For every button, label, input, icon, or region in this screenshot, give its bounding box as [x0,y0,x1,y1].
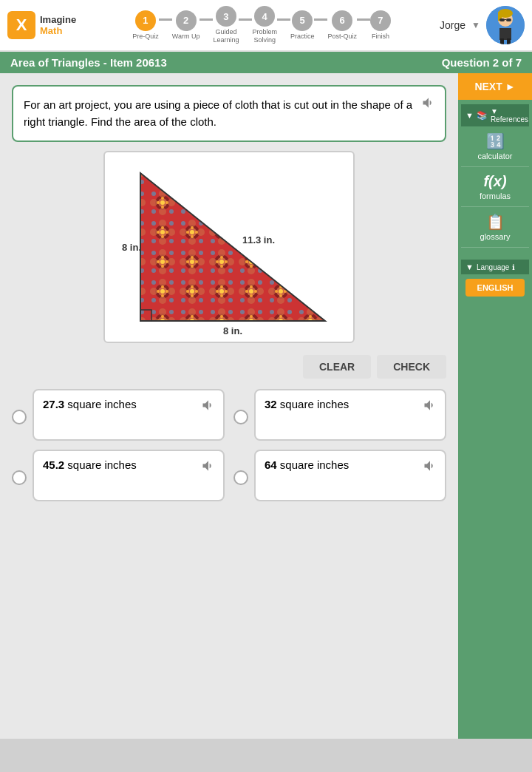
info-icon: ℹ [512,263,515,271]
formulas-icon: f(x) [483,173,506,190]
choice-b-item: 32 square inches [233,389,446,441]
step-line-4-5 [277,18,290,21]
step-line-3-4 [239,18,252,21]
next-arrow-icon: ► [505,81,516,92]
question-sound-button[interactable] [418,92,439,113]
steps-container: 1 Pre-Quiz 2 Warm Up 3 GuidedLearning 4 … [91,6,432,44]
radio-b[interactable] [233,410,248,424]
step-circle-2: 2 [176,10,197,31]
triangle-image-container: 8 in. 11.3 in. 8 in. [103,151,355,343]
avatar [486,6,525,44]
question-box: For an art project, you are using a piec… [12,85,446,142]
svg-rect-8 [500,38,504,44]
choice-c-card[interactable]: 45.2 square inches [33,450,225,501]
language-label: Language [477,263,510,271]
language-dropdown-icon: ▼ [466,263,474,271]
svg-text:8 in.: 8 in. [122,242,141,253]
main-content: For an art project, you are using a piec… [0,73,532,739]
logo-icon: X [7,11,35,39]
radio-c[interactable] [12,470,27,485]
step-1[interactable]: 1 Pre-Quiz [132,10,159,41]
choice-c-item: 45.2 square inches [12,450,225,501]
svg-rect-7 [499,28,511,40]
glossary-label: glossary [480,232,511,241]
choice-a-sound-button[interactable] [198,395,219,416]
step-circle-4: 4 [254,6,275,27]
svg-rect-6 [504,19,506,20]
logo-area: X Imagine Math [7,11,76,39]
svg-rect-4 [499,18,505,21]
step-circle-3: 3 [216,6,236,27]
dropdown-arrow[interactable]: ▼ [471,20,480,30]
step-line-6-7 [357,18,370,21]
choice-d-item: 64 square inches [233,450,446,501]
step-label-5: Practice [290,33,315,41]
step-2[interactable]: 2 Warm Up [172,10,200,41]
step-6[interactable]: 6 Post-Quiz [327,10,357,41]
references-title: ▼ References [491,107,528,123]
choice-a-item: 27.3 square inches [12,389,225,441]
choice-d-sound-button[interactable] [420,456,440,476]
step-label-3: GuidedLearning [213,28,239,44]
step-line-2-3 [200,18,213,21]
logo-text: Imagine Math [40,14,76,36]
radio-d[interactable] [233,470,248,485]
step-4[interactable]: 4 ProblemSolving [252,6,277,44]
next-button[interactable]: NEXT ► [458,73,532,100]
calculator-label: calculator [477,152,512,160]
step-label-1: Pre-Quiz [132,33,159,41]
right-sidebar: NEXT ► ▼ 📚 ▼ References 🔢 calculator f(x… [458,73,532,739]
step-7[interactable]: 7 Finish [370,10,391,41]
glossary-icon: 📋 [486,213,505,231]
choice-d-card[interactable]: 64 square inches [254,450,446,501]
step-circle-5: 5 [292,10,313,31]
radio-a[interactable] [12,410,27,424]
step-5[interactable]: 5 Practice [290,10,315,41]
breadcrumb-bar: Area of Triangles - Item 20613 Question … [0,52,532,73]
answer-choices-grid: 27.3 square inches 32 square inches [12,389,446,501]
question-text: For an art project, you are using a piec… [24,98,412,128]
step-label-6: Post-Quiz [327,33,357,41]
formulas-ref-item[interactable]: f(x) formulas [461,167,529,207]
calculator-icon: 🔢 [486,132,505,150]
page-title: Area of Triangles - Item 20613 [10,56,167,69]
question-area: For an art project, you are using a piec… [0,73,458,739]
svg-rect-5 [506,18,511,21]
step-line-5-6 [314,18,327,21]
choice-b-card[interactable]: 32 square inches [254,389,446,441]
references-label: ▼ [466,111,474,120]
step-circle-7: 7 [370,10,391,31]
action-buttons-row: CLEAR CHECK [12,355,446,379]
clear-button[interactable]: CLEAR [303,355,371,379]
check-button[interactable]: CHECK [377,355,446,379]
svg-marker-27 [140,173,325,321]
svg-text:8 in.: 8 in. [223,325,242,336]
step-circle-6: 6 [332,10,352,31]
choice-c-sound-button[interactable] [198,456,219,476]
glossary-ref-item[interactable]: 📋 glossary [461,207,529,248]
language-section: ▼ Language ℹ ENGLISH [458,255,532,305]
formulas-label: formulas [480,192,511,200]
step-label-2: Warm Up [172,33,200,41]
calculator-ref-item[interactable]: 🔢 calculator [461,126,529,167]
step-line-1-2 [159,18,172,21]
step-label-7: Finish [372,33,389,41]
user-area: Jorge ▼ [440,6,525,44]
english-language-button[interactable]: ENGLISH [466,279,525,297]
svg-text:11.3 in.: 11.3 in. [242,234,275,246]
language-header[interactable]: ▼ Language ℹ [461,260,529,274]
references-header[interactable]: ▼ 📚 ▼ References [461,104,529,126]
step-label-4: ProblemSolving [252,28,277,44]
book-icon: 📚 [477,110,488,121]
choice-b-sound-button[interactable] [420,395,440,416]
choice-a-card[interactable]: 27.3 square inches [33,389,225,441]
top-navigation: X Imagine Math 1 Pre-Quiz 2 Warm Up 3 Gu… [0,0,532,52]
user-name: Jorge [440,19,466,31]
triangle-svg: 8 in. 11.3 in. 8 in. [118,158,340,336]
step-3[interactable]: 3 GuidedLearning [213,6,239,44]
references-section: ▼ 📚 ▼ References 🔢 calculator f(x) formu… [458,100,532,252]
step-circle-1: 1 [135,10,156,31]
question-info: Question 2 of 7 [442,56,522,69]
svg-rect-9 [507,38,511,44]
